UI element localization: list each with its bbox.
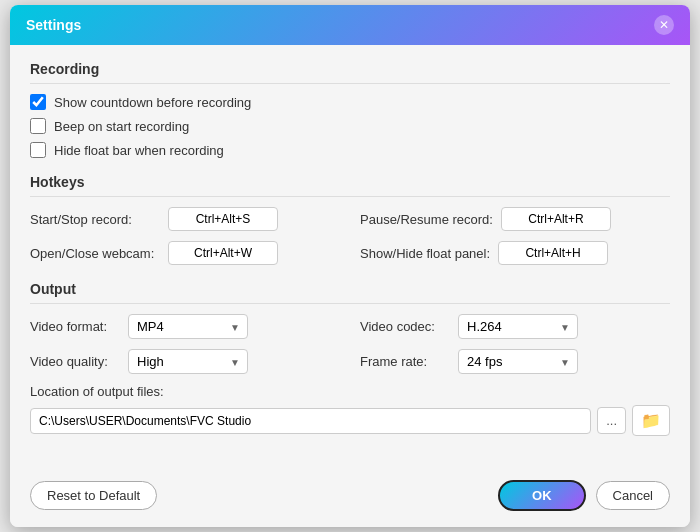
location-label: Location of output files: [30,384,670,399]
video-format-select[interactable]: MP4 AVI MOV MKV [128,314,248,339]
video-codec-select[interactable]: H.264 H.265 VP9 [458,314,578,339]
video-format-row: Video format: MP4 AVI MOV MKV ▼ [30,314,340,339]
video-quality-select[interactable]: High Medium Low [128,349,248,374]
open-folder-button[interactable]: 📁 [632,405,670,436]
hide-float-row: Hide float bar when recording [30,142,670,158]
hotkeys-grid: Start/Stop record: Pause/Resume record: … [30,207,670,265]
hotkeys-title: Hotkeys [30,174,670,197]
hotkey-webcam: Open/Close webcam: [30,241,340,265]
frame-rate-label: Frame rate: [360,354,450,369]
beep-on-start-checkbox[interactable] [30,118,46,134]
output-title: Output [30,281,670,304]
video-quality-wrapper: High Medium Low ▼ [128,349,248,374]
hotkey-start-stop-input[interactable] [168,207,278,231]
hotkey-pause-resume-input[interactable] [501,207,611,231]
browse-dots-button[interactable]: ... [597,407,626,434]
hotkey-webcam-label: Open/Close webcam: [30,246,160,261]
folder-icon: 📁 [641,412,661,429]
show-countdown-row: Show countdown before recording [30,94,670,110]
video-codec-wrapper: H.264 H.265 VP9 ▼ [458,314,578,339]
hide-float-label: Hide float bar when recording [54,143,224,158]
output-section: Output Video format: MP4 AVI MOV MKV ▼ [30,281,670,436]
title-bar: Settings ✕ [10,5,690,45]
hotkey-start-stop-label: Start/Stop record: [30,212,160,227]
hotkeys-section: Hotkeys Start/Stop record: Pause/Resume … [30,174,670,265]
hotkey-pause-resume: Pause/Resume record: [360,207,670,231]
recording-title: Recording [30,61,670,84]
frame-rate-row: Frame rate: 24 fps 30 fps 60 fps ▼ [360,349,670,374]
beep-on-start-label: Beep on start recording [54,119,189,134]
location-input[interactable] [30,408,591,434]
hotkey-float-panel-label: Show/Hide float panel: [360,246,490,261]
ok-button[interactable]: OK [498,480,586,511]
hotkey-start-stop: Start/Stop record: [30,207,340,231]
reset-button[interactable]: Reset to Default [30,481,157,510]
window-title: Settings [26,17,81,33]
close-button[interactable]: ✕ [654,15,674,35]
recording-section: Recording Show countdown before recordin… [30,61,670,158]
settings-content: Recording Show countdown before recordin… [10,45,690,468]
show-countdown-label: Show countdown before recording [54,95,251,110]
show-countdown-checkbox[interactable] [30,94,46,110]
location-row: ... 📁 [30,405,670,436]
video-format-label: Video format: [30,319,120,334]
frame-rate-select[interactable]: 24 fps 30 fps 60 fps [458,349,578,374]
video-codec-label: Video codec: [360,319,450,334]
hide-float-checkbox[interactable] [30,142,46,158]
hotkey-float-panel-input[interactable] [498,241,608,265]
video-format-wrapper: MP4 AVI MOV MKV ▼ [128,314,248,339]
video-codec-row: Video codec: H.264 H.265 VP9 ▼ [360,314,670,339]
hotkey-float-panel: Show/Hide float panel: [360,241,670,265]
footer: Reset to Default OK Cancel [10,468,690,527]
cancel-button[interactable]: Cancel [596,481,670,510]
beep-on-start-row: Beep on start recording [30,118,670,134]
footer-right: OK Cancel [498,480,670,511]
video-quality-row: Video quality: High Medium Low ▼ [30,349,340,374]
location-section: Location of output files: ... 📁 [30,384,670,436]
hotkey-webcam-input[interactable] [168,241,278,265]
hotkey-pause-resume-label: Pause/Resume record: [360,212,493,227]
output-grid: Video format: MP4 AVI MOV MKV ▼ Video co… [30,314,670,374]
settings-window: Settings ✕ Recording Show countdown befo… [10,5,690,527]
video-quality-label: Video quality: [30,354,120,369]
frame-rate-wrapper: 24 fps 30 fps 60 fps ▼ [458,349,578,374]
